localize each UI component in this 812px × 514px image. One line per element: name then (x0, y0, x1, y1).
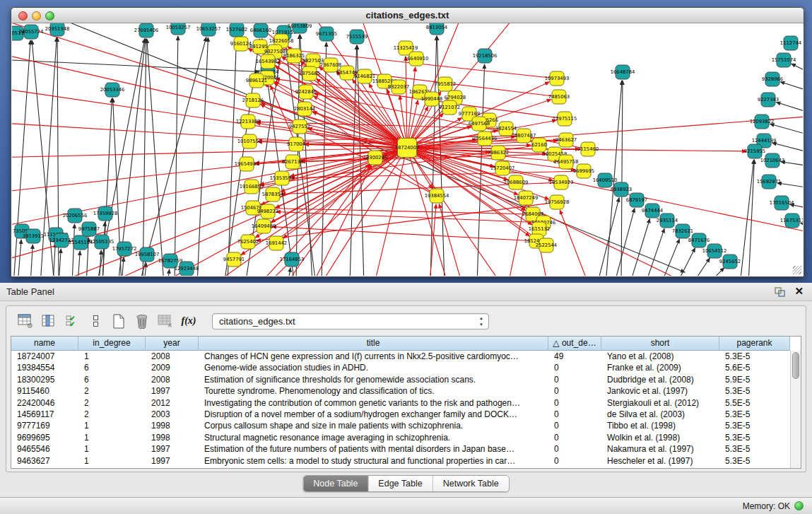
delete-table-icon[interactable]: ✕ (155, 311, 176, 331)
graph-node[interactable]: 9329966 (762, 72, 783, 86)
graph-node[interactable]: 19654933 (235, 157, 259, 171)
show-columns-icon[interactable] (38, 311, 59, 331)
graph-node[interactable]: 917004 (287, 137, 305, 151)
table-row[interactable]: 977716911998Corpus callosum shape and si… (11, 420, 790, 431)
graph-node[interactable]: 12505135 (90, 235, 114, 249)
graph-node[interactable]: 27691406 (134, 23, 159, 37)
graph-node[interactable]: 9245652 (719, 255, 741, 269)
table-cell: 1 (78, 432, 146, 443)
resize-grip[interactable] (793, 266, 801, 274)
network-graph[interactable]: 3605133240557242035134827691406100532571… (12, 23, 803, 276)
graph-node[interactable]: 5878354 (262, 187, 283, 201)
graph-node[interactable]: 12093822 (750, 115, 775, 129)
minimize-window-icon[interactable] (32, 11, 41, 21)
tab-network-table[interactable]: Network Table (433, 476, 509, 491)
graph-node[interactable]: 9227343 (758, 93, 779, 107)
column-header-short[interactable]: short (601, 337, 719, 351)
new-document-icon[interactable] (108, 311, 129, 331)
graph-hub-node[interactable]: 18724007 (395, 139, 420, 158)
graph-node[interactable]: 9474444 (642, 204, 663, 218)
float-window-icon[interactable] (775, 287, 785, 300)
graph-node[interactable]: 10107552 (237, 134, 262, 148)
table-cell: 1 (78, 351, 146, 362)
select-all-icon[interactable]: ✔✔ (61, 311, 83, 331)
delete-icon[interactable] (131, 311, 153, 331)
graph-node[interactable]: 19166852 (240, 180, 264, 194)
graph-node[interactable]: 19534923 (549, 175, 574, 189)
table-row[interactable]: 1830029562008Estimation of significance … (11, 374, 790, 385)
graph-node[interactable]: 7832621 (672, 224, 693, 238)
graph-node[interactable]: 7955812 (435, 77, 456, 91)
graph-node[interactable]: 6466160 (250, 23, 271, 37)
graph-node[interactable]: 7515539 (346, 30, 367, 44)
table-row[interactable]: 2242004622012Investigating the contribut… (11, 397, 790, 409)
table-row[interactable]: 969969511998Structural magnetic resonanc… (11, 432, 790, 443)
graph-node[interactable]: 10053257 (166, 23, 191, 35)
vertical-scrollbar[interactable] (790, 351, 801, 468)
table-row[interactable]: 1872400712008Changes of HCN gene express… (11, 351, 790, 362)
close-window-icon[interactable] (18, 11, 28, 21)
function-builder-icon[interactable]: f(x) (178, 311, 199, 331)
graph-node[interactable]: 10654112 (702, 244, 727, 258)
graph-node[interactable]: 2718126 (242, 93, 264, 107)
graph-node[interactable]: 19958107 (135, 247, 160, 262)
column-header-in_degree[interactable]: in_degree (78, 337, 146, 351)
column-header-title[interactable]: title (199, 337, 548, 351)
scrollbar-thumb[interactable] (792, 352, 799, 379)
column-header-out_de[interactable]: △ out_de… (548, 337, 601, 351)
table-row[interactable]: 946362711997Embryonic stem cells: a mode… (11, 455, 790, 467)
table-cell: 19384554 (11, 362, 78, 373)
graph-node[interactable]: 10973493 (545, 71, 570, 86)
table-selector[interactable]: citations_edges.txt ▲▼ (212, 313, 489, 329)
column-header-name[interactable]: name (11, 337, 78, 351)
graph-node[interactable]: 9671355 (316, 27, 337, 41)
column-header-year[interactable]: year (146, 337, 199, 351)
tab-node-table[interactable]: Node Table (303, 476, 368, 491)
graph-node[interactable]: 15692971 (757, 175, 782, 189)
graph-node[interactable]: 12213380 (236, 115, 261, 129)
graph-node[interactable]: 8471676 (688, 233, 710, 247)
graph-node[interactable]: 10653257 (196, 23, 221, 36)
graph-node[interactable]: 8813054 (426, 23, 447, 35)
graph-node[interactable]: 12975115 (553, 112, 577, 126)
graph-node[interactable]: 1527602 (226, 23, 247, 37)
network-canvas[interactable]: 3605133240557242035134827691406100532571… (12, 23, 803, 276)
close-icon[interactable]: ✕ (794, 285, 804, 298)
tab-edge-table[interactable]: Edge Table (368, 476, 433, 491)
unselect-rows-icon[interactable] (85, 311, 106, 331)
graph-node[interactable]: 7986322 (488, 146, 509, 160)
network-window: citations_edges.txt 36051332405572420351… (11, 7, 804, 277)
graph-node[interactable]: 10688609 (504, 175, 529, 189)
graph-node[interactable]: 9699695 (573, 164, 594, 178)
table-row[interactable]: 911546021997Tourette syndrome. Phenomeno… (11, 385, 790, 397)
graph-node[interactable]: 10210643 (760, 153, 785, 168)
graph-node[interactable]: 7625402 (237, 235, 259, 249)
graph-node[interactable]: 19384554 (425, 189, 449, 203)
graph-node[interactable]: 9115460 (577, 142, 599, 156)
graph-node[interactable]: 15751074 (772, 53, 796, 67)
graph-node[interactable]: 17016504 (770, 196, 794, 210)
graph-node[interactable]: 1691442 (266, 236, 287, 250)
table-row[interactable]: 1938455462009Genome-wide association stu… (11, 362, 790, 373)
graph-node[interactable]: 16648784 (611, 65, 635, 79)
column-header-pagerank[interactable]: pagerank (719, 337, 790, 351)
graph-node[interactable]: 19756928 (545, 195, 570, 209)
graph-node[interactable]: 17359928 (93, 206, 118, 221)
graph-node[interactable]: 19218506 (473, 49, 498, 63)
modify-table-icon[interactable]: ⚙ (15, 311, 36, 331)
graph-node[interactable]: 7485063 (548, 90, 570, 104)
graph-node[interactable]: 11675311 (780, 214, 803, 228)
graph-node[interactable]: 20053346 (100, 83, 125, 97)
graph-node[interactable]: 6879197 (626, 193, 647, 207)
table-cell: Franke et al. (2009) (601, 362, 719, 373)
graph-node[interactable]: 1112744 (780, 36, 801, 50)
network-window-titlebar[interactable]: citations_edges.txt (11, 8, 804, 23)
dropdown-stepper-icon: ▲▼ (479, 315, 483, 328)
table-row[interactable]: 946554611997Estimation of the future num… (11, 443, 790, 455)
table-cell: Embryonic stem cells: a model to study s… (199, 455, 548, 467)
table-row[interactable]: 1456911722003Disruption of a novel membe… (11, 409, 790, 420)
zoom-window-icon[interactable] (45, 11, 54, 21)
graph-node[interactable]: 2935114 (657, 214, 678, 228)
graph-node[interactable]: 62160 (531, 138, 547, 152)
graph-node[interactable]: 18407249 (514, 191, 539, 205)
